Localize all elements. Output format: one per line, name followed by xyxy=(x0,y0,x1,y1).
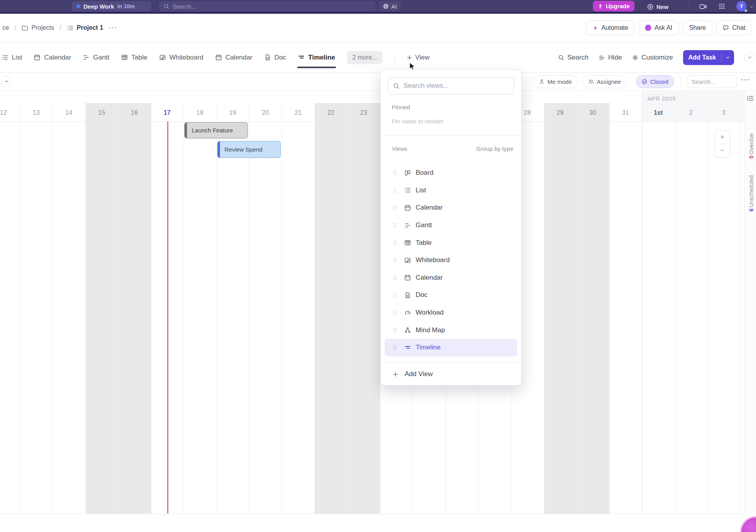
assignee-chip[interactable]: Assignee xyxy=(583,75,627,88)
timeline-canvas[interactable]: 1213141516171819202122232425262728293031… xyxy=(0,91,756,514)
global-search-input[interactable] xyxy=(173,3,371,10)
ask-ai-button[interactable]: Ask AI xyxy=(639,20,678,35)
day-header-20[interactable]: 20 xyxy=(249,107,282,118)
more-views-button[interactable]: 2 more... xyxy=(347,51,383,64)
breadcrumb-more-button[interactable]: ··· xyxy=(109,24,117,31)
tab-label: Calendar xyxy=(44,54,71,62)
overdue-tab[interactable]: 0 Overdue xyxy=(747,104,756,159)
collapse-toolbar-button[interactable] xyxy=(744,52,755,63)
day-header-31[interactable]: 31 xyxy=(609,107,642,118)
view-option-list[interactable]: List xyxy=(381,182,521,199)
view-option-calendar[interactable]: Calendar xyxy=(381,199,521,217)
upgrade-button[interactable]: Upgrade xyxy=(593,1,634,11)
view-option-doc[interactable]: Doc xyxy=(381,286,521,304)
group-by-type-button[interactable]: Group by type xyxy=(476,145,513,152)
user-avatar[interactable]: T xyxy=(736,1,747,11)
drag-handle-icon[interactable] xyxy=(393,240,397,246)
account-chevron-down-icon[interactable] xyxy=(749,5,754,9)
task-bar[interactable]: Launch Feature xyxy=(184,122,248,138)
tab-whiteboard[interactable]: Whiteboard xyxy=(159,42,204,72)
day-header-14[interactable]: 14 xyxy=(53,107,85,118)
day-header-17[interactable]: 17 xyxy=(151,107,184,118)
tab-list[interactable]: List xyxy=(2,42,22,72)
zoom-in-button[interactable]: + xyxy=(715,130,730,144)
view-option-timeline[interactable]: Timeline xyxy=(385,339,517,356)
focus-timer-pill[interactable]: Deep Work in 10m xyxy=(72,1,151,11)
drag-handle-icon[interactable] xyxy=(393,344,397,351)
drag-handle-icon[interactable] xyxy=(393,292,397,298)
breadcrumb-project[interactable]: Project 1 xyxy=(67,24,104,31)
views-popup: Pinned Pin views to reorder Views Group … xyxy=(380,70,522,385)
share-button[interactable]: Share xyxy=(683,20,712,35)
day-header-19[interactable]: 19 xyxy=(216,107,249,118)
day-header-2[interactable]: 2 xyxy=(675,107,708,118)
view-option-workload[interactable]: Workload xyxy=(381,304,521,322)
video-camera-icon[interactable] xyxy=(699,3,707,11)
views-search-input[interactable] xyxy=(403,82,509,90)
day-header-12[interactable]: 12 xyxy=(0,107,20,118)
new-button[interactable]: New xyxy=(647,2,669,12)
day-header-18[interactable]: 18 xyxy=(184,107,216,118)
day-header-13[interactable]: 13 xyxy=(20,107,53,118)
view-option-mind-map[interactable]: Mind Map xyxy=(381,321,521,339)
chat-button[interactable]: Chat xyxy=(716,20,752,35)
add-task-button[interactable]: Add Task xyxy=(683,50,734,65)
task-search-input[interactable] xyxy=(692,78,733,85)
add-view-button[interactable]: Add View xyxy=(381,366,521,382)
tab-timeline[interactable]: Timeline xyxy=(298,42,335,72)
views-search-box[interactable] xyxy=(388,77,514,94)
drag-handle-icon[interactable] xyxy=(393,257,397,263)
tab-calendar[interactable]: Calendar xyxy=(34,42,71,72)
day-header-30[interactable]: 30 xyxy=(576,107,609,118)
view-option-calendar[interactable]: Calendar xyxy=(381,269,521,287)
drag-handle-icon[interactable] xyxy=(393,275,397,281)
view-search-button[interactable]: Search xyxy=(558,54,589,62)
view-option-board[interactable]: Board xyxy=(381,164,521,182)
chevron-down-icon[interactable] xyxy=(725,55,730,60)
expand-filters-button[interactable] xyxy=(2,76,12,87)
tab-table[interactable]: Table xyxy=(121,42,147,72)
apps-grid-icon[interactable] xyxy=(718,3,726,10)
view-option-table[interactable]: Table xyxy=(381,234,521,252)
day-header-23[interactable]: 23 xyxy=(347,107,380,118)
view-option-gantt[interactable]: Gantt xyxy=(381,217,521,234)
help-button[interactable] xyxy=(740,516,756,532)
filter-more-button[interactable]: ··· xyxy=(741,76,751,84)
pinned-hint: Pin views to reorder xyxy=(392,118,444,125)
drag-handle-icon[interactable] xyxy=(393,327,397,333)
day-header-22[interactable]: 22 xyxy=(314,107,347,118)
day-header-3[interactable]: 3 xyxy=(707,107,740,118)
hide-button[interactable]: Hide xyxy=(599,54,622,62)
drag-handle-icon[interactable] xyxy=(393,204,397,211)
task-search-box[interactable] xyxy=(687,75,737,88)
day-header-29[interactable]: 29 xyxy=(544,107,577,118)
global-search[interactable] xyxy=(159,1,376,11)
zoom-out-button[interactable]: − xyxy=(715,144,730,157)
drag-handle-icon[interactable] xyxy=(393,309,397,316)
weekend-band xyxy=(544,103,577,514)
customize-button[interactable]: Customize xyxy=(632,54,673,62)
me-mode-chip[interactable]: Me mode xyxy=(533,75,578,88)
task-bar[interactable]: Review Spend xyxy=(217,141,281,158)
drag-handle-icon[interactable] xyxy=(393,222,397,228)
day-grid-line xyxy=(314,103,315,514)
drag-handle-icon[interactable] xyxy=(393,187,397,194)
sidebar-list-icon[interactable] xyxy=(747,94,754,102)
day-header-21[interactable]: 21 xyxy=(282,107,315,118)
breadcrumb-space-truncated[interactable]: ce xyxy=(2,24,9,31)
add-view-tab-button[interactable]: View xyxy=(407,54,430,62)
tab-calendar[interactable]: Calendar xyxy=(215,42,253,72)
tab-gantt[interactable]: Gantt xyxy=(83,42,109,72)
tab-doc[interactable]: Doc xyxy=(264,42,286,72)
view-option-whiteboard[interactable]: Whiteboard xyxy=(381,252,521,269)
closed-chip[interactable]: Closed xyxy=(636,75,674,88)
unscheduled-tab[interactable]: 6 Unscheduled xyxy=(747,157,756,212)
day-header-1st[interactable]: 1st xyxy=(642,107,675,118)
automate-button[interactable]: Automate xyxy=(586,20,634,35)
ai-button[interactable]: AI xyxy=(379,1,401,11)
day-grid-line xyxy=(216,103,217,514)
day-header-16[interactable]: 16 xyxy=(118,107,151,118)
day-header-15[interactable]: 15 xyxy=(85,107,118,118)
breadcrumb-projects[interactable]: Projects xyxy=(22,24,54,31)
drag-handle-icon[interactable] xyxy=(393,170,397,176)
